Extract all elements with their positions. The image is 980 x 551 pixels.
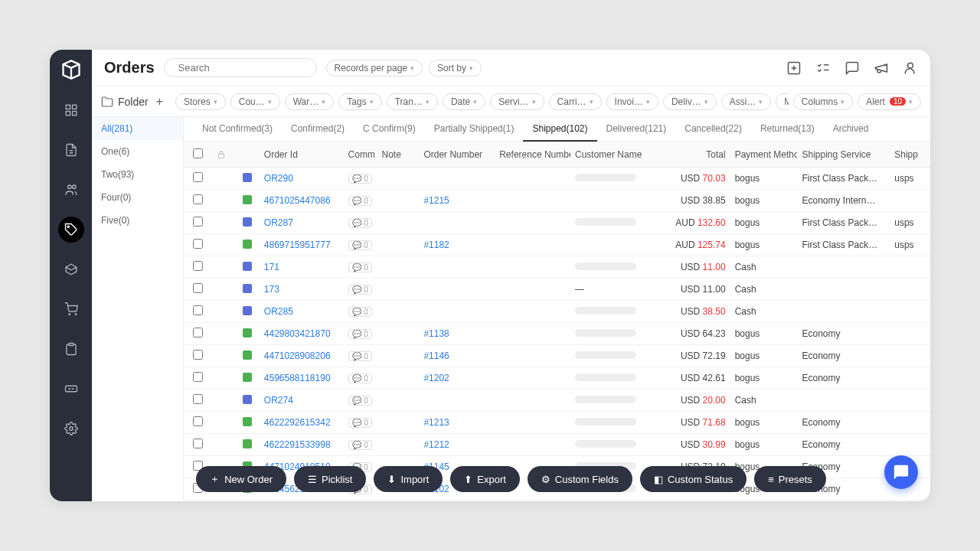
filter-pill[interactable]: Date ▾: [443, 93, 485, 110]
filter-pill[interactable]: Tran… ▾: [387, 93, 438, 110]
alert-button[interactable]: Alert10▾: [858, 93, 921, 110]
folder-item[interactable]: Four(0): [92, 186, 183, 209]
order-number-link[interactable]: #1212: [423, 439, 449, 450]
row-checkbox[interactable]: [193, 172, 203, 182]
filter-pill[interactable]: War… ▾: [285, 93, 335, 110]
th-order-num[interactable]: Order Number: [419, 142, 495, 168]
order-id-link[interactable]: 4429803421870: [264, 328, 331, 339]
th-ship[interactable]: Shipping Service: [797, 142, 890, 168]
th-ref[interactable]: Reference Number: [495, 142, 570, 168]
action-import[interactable]: ⬇Import: [374, 466, 443, 492]
comment-count[interactable]: 💬 0: [348, 240, 371, 250]
th-comm[interactable]: Comm: [344, 142, 377, 168]
table-row[interactable]: 173💬 0—USD 11.00Cash: [184, 279, 930, 301]
th-note[interactable]: Note: [377, 142, 420, 168]
table-row[interactable]: 4471028908206💬 0#1146USD 72.19bogusEcono…: [184, 345, 930, 367]
folder-item[interactable]: Five(0): [92, 209, 183, 232]
folder-item[interactable]: All(281): [92, 117, 183, 140]
table-row[interactable]: 171💬 0USD 11.00Cash: [184, 256, 930, 279]
order-id-link[interactable]: OR290: [264, 173, 293, 184]
action-picklist[interactable]: ☰Picklist: [294, 466, 366, 492]
action-presets[interactable]: ≡Presets: [754, 466, 826, 492]
nav-docs[interactable]: [58, 137, 84, 163]
table-row[interactable]: 4869715951777💬 0#1182AUD 125.74bogusFirs…: [184, 234, 930, 256]
action-export[interactable]: ⬆Export: [450, 466, 520, 492]
nav-dashboard[interactable]: [58, 97, 84, 123]
nav-users[interactable]: [58, 177, 84, 203]
comment-count[interactable]: 💬 0: [348, 440, 371, 450]
order-id-link[interactable]: OR287: [264, 217, 293, 228]
filter-pill[interactable]: Stores ▾: [175, 93, 226, 110]
tab[interactable]: Shipped(102): [523, 117, 596, 142]
row-checkbox[interactable]: [193, 283, 203, 293]
th-order-id[interactable]: Order Id: [260, 142, 344, 168]
add-folder-button[interactable]: +: [156, 95, 163, 109]
action-custom-fields[interactable]: ⚙Custom Fields: [528, 466, 632, 492]
row-checkbox[interactable]: [193, 305, 203, 315]
order-number-link[interactable]: #1138: [423, 328, 449, 339]
filter-pill[interactable]: Cou… ▾: [230, 93, 280, 110]
filter-pill[interactable]: More ▾: [776, 93, 789, 110]
filter-pill[interactable]: Tags ▾: [338, 93, 381, 110]
filter-pill[interactable]: Invoi… ▾: [606, 93, 658, 110]
comment-count[interactable]: 💬 0: [348, 262, 371, 272]
th-cust[interactable]: Customer Name: [570, 142, 655, 168]
tab[interactable]: Not Confirmed(3): [193, 117, 282, 142]
tab[interactable]: Archived: [824, 117, 878, 142]
table-row[interactable]: 4347096793262💬 0#1112USD 33.72bogusEcono…: [184, 500, 930, 502]
nav-settings[interactable]: [58, 416, 84, 442]
order-number-link[interactable]: #1146: [423, 350, 449, 361]
row-checkbox[interactable]: [193, 328, 203, 337]
table-row[interactable]: 4429803421870💬 0#1138USD 64.23bogusEcono…: [184, 323, 930, 345]
tab[interactable]: Partially Shipped(1): [425, 117, 524, 142]
select-all-checkbox[interactable]: [193, 148, 203, 158]
scan-icon[interactable]: [786, 60, 802, 76]
comment-count[interactable]: 💬 0: [348, 351, 371, 361]
order-number-link[interactable]: #1215: [423, 195, 449, 206]
th-shipc[interactable]: Shipp: [890, 142, 930, 168]
search-input[interactable]: [164, 58, 317, 77]
order-id-link[interactable]: 4471028908206: [264, 350, 331, 361]
nav-cart[interactable]: [58, 296, 84, 322]
order-id-link[interactable]: 4622291533998: [264, 439, 331, 450]
order-id-link[interactable]: OR285: [264, 306, 293, 317]
filter-pill[interactable]: Deliv… ▾: [663, 93, 717, 110]
filter-pill[interactable]: Carri… ▾: [549, 93, 602, 110]
row-checkbox[interactable]: [193, 372, 203, 382]
order-id-link[interactable]: 171: [264, 262, 279, 272]
comment-count[interactable]: 💬 0: [348, 307, 371, 317]
order-id-link[interactable]: OR274: [264, 395, 293, 406]
nav-inventory[interactable]: [58, 256, 84, 282]
comment-count[interactable]: 💬 0: [348, 418, 371, 428]
row-checkbox[interactable]: [193, 416, 203, 426]
tab[interactable]: C Confirm(9): [354, 117, 425, 142]
order-id-link[interactable]: 4622292615342: [264, 417, 331, 428]
tab[interactable]: Cancelled(22): [675, 117, 751, 142]
comment-count[interactable]: 💬 0: [348, 174, 371, 184]
comment-count[interactable]: 💬 0: [348, 329, 371, 339]
comment-count[interactable]: 💬 0: [348, 396, 371, 406]
folder-item[interactable]: One(6): [92, 140, 183, 163]
announce-icon[interactable]: [874, 60, 889, 76]
order-id-link[interactable]: 4671025447086: [264, 195, 331, 206]
order-id-link[interactable]: 4596588118190: [264, 373, 331, 383]
comment-count[interactable]: 💬 0: [348, 218, 371, 228]
checklist-icon[interactable]: [815, 60, 831, 76]
folder-item[interactable]: Two(93): [92, 163, 183, 186]
tab[interactable]: Delivered(121): [597, 117, 676, 142]
comment-count[interactable]: 💬 0: [348, 196, 371, 206]
nav-orders[interactable]: [58, 217, 84, 243]
row-checkbox[interactable]: [193, 217, 203, 227]
nav-clipboard[interactable]: [58, 336, 84, 362]
table-row[interactable]: 4622291533998💬 0#1212USD 30.99bogusEcono…: [184, 434, 930, 456]
order-number-link[interactable]: #1213: [423, 417, 449, 428]
row-checkbox[interactable]: [193, 394, 203, 404]
row-checkbox[interactable]: [193, 194, 203, 204]
action-new-order[interactable]: ＋New Order: [196, 466, 286, 492]
action-custom-status[interactable]: ◧Custom Status: [640, 466, 746, 492]
row-checkbox[interactable]: [193, 439, 203, 448]
chat-fab[interactable]: [884, 455, 918, 489]
order-number-link[interactable]: #1182: [423, 240, 449, 250]
top-pill[interactable]: Sort by ▾: [429, 60, 482, 77]
columns-button[interactable]: Columns▾: [793, 93, 853, 110]
